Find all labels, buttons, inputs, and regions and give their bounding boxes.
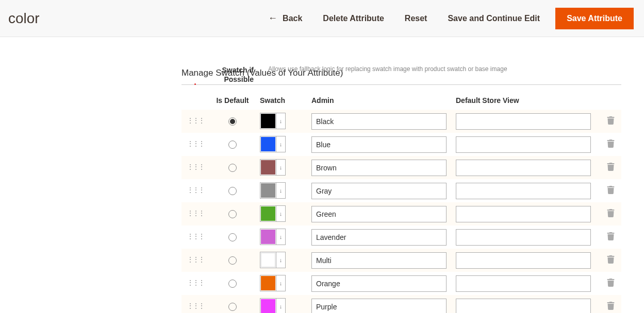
drag-handle-icon[interactable]	[187, 235, 193, 242]
drag-handle-icon[interactable]	[187, 305, 193, 311]
chevron-down-icon[interactable]: ↓	[276, 206, 285, 221]
drag-handle-icon[interactable]	[187, 119, 193, 126]
header-actions: ← Back Delete Attribute Reset Save and C…	[258, 8, 634, 29]
page-title: color	[8, 10, 40, 27]
admin-value-input[interactable]	[311, 252, 447, 269]
delete-row-button[interactable]	[607, 140, 615, 150]
table-row: ↓	[181, 202, 621, 225]
trash-icon	[607, 140, 615, 148]
admin-value-input[interactable]	[311, 206, 447, 222]
is-default-radio[interactable]	[228, 303, 237, 311]
chevron-down-icon[interactable]: ↓	[276, 252, 285, 268]
swatch-color-icon	[261, 114, 275, 128]
store-value-input[interactable]	[456, 252, 591, 269]
admin-value-input[interactable]	[311, 275, 447, 292]
store-value-input[interactable]	[456, 275, 591, 292]
swatch-picker[interactable]: ↓	[260, 136, 286, 152]
swatch-picker[interactable]: ↓	[260, 252, 286, 268]
swatch-color-icon	[261, 160, 275, 175]
back-label: Back	[283, 14, 302, 23]
swatch-color-icon	[261, 183, 275, 198]
save-attribute-button[interactable]: Save Attribute	[555, 8, 634, 29]
drag-handle-icon[interactable]	[187, 282, 193, 288]
is-default-radio[interactable]	[228, 256, 237, 265]
chevron-down-icon[interactable]: ↓	[276, 229, 285, 245]
delete-row-button[interactable]	[607, 163, 615, 173]
is-default-radio[interactable]	[228, 210, 237, 218]
admin-value-input[interactable]	[311, 299, 447, 314]
is-default-radio[interactable]	[228, 117, 237, 126]
table-row: ↓	[181, 225, 621, 249]
swatch-color-icon	[261, 137, 275, 151]
col-store: Default Store View	[456, 96, 600, 105]
store-value-input[interactable]	[456, 136, 591, 153]
table-row: ↓	[181, 133, 621, 156]
reset-button[interactable]: Reset	[394, 9, 438, 28]
save-continue-button[interactable]: Save and Continue Edit	[437, 9, 550, 28]
is-default-radio[interactable]	[228, 141, 237, 149]
swatch-picker[interactable]: ↓	[260, 275, 286, 291]
back-button[interactable]: ← Back	[258, 8, 312, 29]
store-value-input[interactable]	[456, 160, 591, 176]
delete-row-button[interactable]	[607, 302, 615, 312]
field-label: Swatch if Possible	[181, 65, 254, 84]
store-value-input[interactable]	[456, 299, 591, 314]
table-body: ↓↓↓↓↓↓↓↓↓	[181, 110, 621, 313]
manage-swatch-section: Manage Swatch (Values of Your Attribute)…	[181, 68, 644, 313]
delete-row-button[interactable]	[607, 186, 615, 196]
admin-value-input[interactable]	[311, 160, 447, 176]
table-header: Is Default Swatch Admin Default Store Vi…	[181, 93, 621, 110]
chevron-down-icon[interactable]: ↓	[276, 136, 285, 152]
chevron-down-icon[interactable]: ↓	[276, 275, 285, 291]
store-value-input[interactable]	[456, 229, 591, 246]
is-default-radio[interactable]	[228, 164, 237, 172]
content: Swatch if Possible Allows use fallback l…	[0, 68, 644, 313]
admin-value-input[interactable]	[311, 183, 447, 199]
arrow-left-icon: ←	[268, 13, 277, 24]
chevron-down-icon[interactable]: ↓	[276, 113, 285, 129]
trash-icon	[607, 279, 615, 287]
col-is-default: Is Default	[205, 96, 260, 105]
table-row: ↓	[181, 272, 621, 295]
is-default-radio[interactable]	[228, 187, 237, 195]
store-value-input[interactable]	[456, 206, 591, 222]
swatch-color-icon	[261, 253, 275, 267]
swatch-picker[interactable]: ↓	[260, 113, 286, 129]
drag-handle-icon[interactable]	[187, 258, 193, 265]
drag-handle-icon[interactable]	[187, 212, 193, 219]
trash-icon	[607, 163, 615, 171]
table-row: ↓	[181, 249, 621, 272]
admin-value-input[interactable]	[311, 229, 447, 246]
chevron-down-icon[interactable]: ↓	[276, 183, 285, 198]
table-row: ↓	[181, 179, 621, 202]
swatch-picker[interactable]: ↓	[260, 205, 286, 222]
swatch-picker[interactable]: ↓	[260, 298, 286, 313]
trash-icon	[607, 232, 615, 240]
drag-handle-icon[interactable]	[187, 189, 193, 196]
chevron-down-icon[interactable]: ↓	[276, 160, 285, 175]
field-note: Allows use fallback logic for replacing …	[268, 65, 507, 73]
is-default-radio[interactable]	[228, 280, 237, 288]
delete-row-button[interactable]	[607, 116, 615, 127]
drag-handle-icon[interactable]	[187, 166, 193, 172]
is-default-radio[interactable]	[228, 233, 237, 241]
swatch-picker[interactable]: ↓	[260, 229, 286, 245]
store-value-input[interactable]	[456, 113, 591, 130]
swatch-picker[interactable]: ↓	[260, 159, 286, 176]
swatch-color-icon	[261, 230, 275, 244]
drag-handle-icon[interactable]	[187, 143, 193, 149]
page-header: color ← Back Delete Attribute Reset Save…	[0, 0, 644, 37]
delete-row-button[interactable]	[607, 279, 615, 289]
admin-value-input[interactable]	[311, 136, 447, 153]
admin-value-input[interactable]	[311, 113, 447, 130]
delete-attribute-button[interactable]: Delete Attribute	[312, 9, 394, 28]
trash-icon	[607, 116, 615, 125]
swatch-picker[interactable]: ↓	[260, 182, 286, 199]
swatch-color-icon	[261, 206, 275, 221]
chevron-down-icon[interactable]: ↓	[276, 299, 285, 313]
table-row: ↓	[181, 156, 621, 179]
delete-row-button[interactable]	[607, 209, 615, 219]
delete-row-button[interactable]	[607, 255, 615, 266]
store-value-input[interactable]	[456, 183, 591, 199]
delete-row-button[interactable]	[607, 232, 615, 242]
